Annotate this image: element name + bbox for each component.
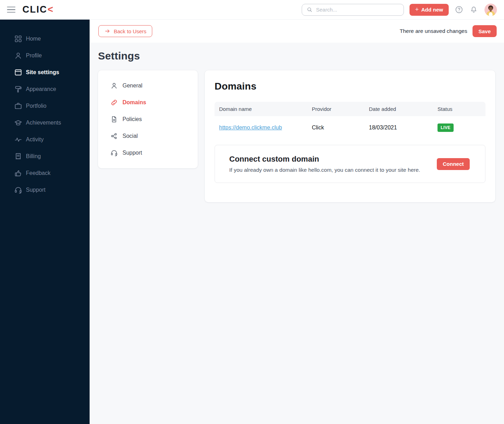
layout: Home Profile Site settings Appearance Po… [0,20,504,424]
settings-page: Settings General Domains [90,43,504,202]
hamburger-menu-button[interactable] [7,6,16,14]
avatar[interactable] [484,3,497,16]
add-new-label: Add new [421,7,443,13]
sidebar-item-label: Portfolio [26,103,47,109]
sidebar-item-label: Home [26,36,41,42]
sidebar: Home Profile Site settings Appearance Po… [0,20,90,424]
connect-custom-domain-title: Connect custom domain [229,155,420,164]
help-button[interactable] [455,5,463,14]
sidebar-nav: Home Profile Site settings Appearance Po… [0,30,90,198]
briefcase-icon [14,102,22,110]
logo: CLIC < [22,4,54,15]
status-badge: LIVE [438,123,454,132]
settings-nav-policies[interactable]: Policies [98,111,198,128]
headset-icon [110,149,118,157]
action-bar: Back to Users There are unsaved changes … [90,20,504,43]
save-button[interactable]: Save [472,25,497,37]
page-title: Settings [98,50,495,62]
headset-icon [14,186,22,194]
app-header: CLIC < + Add new [0,0,504,20]
browser-window-icon [14,68,22,77]
receipt-icon [14,152,22,161]
link-icon [110,99,118,106]
sidebar-item-home[interactable]: Home [0,30,90,47]
document-icon [110,115,118,123]
sidebar-item-activity[interactable]: Activity [0,131,90,148]
arrow-right-icon [104,28,111,34]
paint-roller-icon [14,85,22,93]
sidebar-item-label: Appearance [26,86,56,92]
settings-nav-label: Social [122,133,138,139]
settings-panels: General Domains Policies Social [98,70,495,202]
connect-custom-domain-text: Connect custom domain If you already own… [229,155,420,173]
sidebar-item-billing[interactable]: Billing [0,148,90,165]
app: CLIC < + Add new [0,0,504,424]
settings-nav-label: Policies [122,116,142,122]
sidebar-item-label: Achievements [26,120,61,126]
connect-custom-domain-description: If you already own a domain like hello.c… [229,167,420,173]
back-to-users-label: Back to Users [114,28,146,34]
back-to-users-button[interactable]: Back to Users [98,25,152,37]
share-icon [110,132,118,140]
sidebar-item-feedback[interactable]: Feedback [0,165,90,182]
plus-icon: + [415,6,419,13]
grid-icon [14,35,22,43]
user-icon [110,82,118,90]
search-icon [306,6,313,13]
sidebar-item-label: Support [26,187,46,193]
domains-table-header: Domain name Providor Date added Status [215,102,485,116]
help-circle-icon [455,5,463,14]
settings-nav-domains[interactable]: Domains [98,94,198,111]
search-input[interactable] [316,7,399,13]
table-row: https://demo.clickme.club Click 18/03/20… [215,116,485,139]
column-header-domain-name: Domain name [215,102,307,116]
connect-custom-domain-box: Connect custom domain If you already own… [215,145,485,183]
user-icon [14,51,22,60]
sidebar-item-profile[interactable]: Profile [0,47,90,64]
sidebar-item-label: Site settings [26,69,59,76]
status-cell: LIVE [433,116,485,139]
sidebar-item-site-settings[interactable]: Site settings [0,64,90,81]
action-bar-right: There are unsaved changes Save [400,25,497,37]
column-header-provider: Providor [307,102,364,116]
sidebar-item-label: Feedback [26,170,50,176]
main-content: Back to Users There are unsaved changes … [90,20,504,424]
thumbs-up-icon [14,169,22,177]
settings-nav-support[interactable]: Support [98,144,198,161]
sidebar-item-label: Activity [26,136,44,143]
connect-button[interactable]: Connect [437,158,470,170]
add-new-button[interactable]: + Add new [410,4,449,16]
sidebar-item-portfolio[interactable]: Portfolio [0,98,90,114]
settings-nav-general[interactable]: General [98,77,198,94]
hamburger-icon [7,9,15,10]
logo-text: CLIC [22,4,47,15]
unsaved-changes-text: There are unsaved changes [400,28,467,34]
sidebar-item-support[interactable]: Support [0,182,90,198]
settings-nav-label: General [122,83,142,89]
domain-link[interactable]: https://demo.clickme.club [219,125,282,130]
settings-nav-social[interactable]: Social [98,128,198,144]
sidebar-item-label: Profile [26,52,42,59]
settings-nav-label: Domains [122,99,146,106]
sidebar-item-appearance[interactable]: Appearance [0,81,90,98]
sidebar-item-label: Billing [26,153,41,160]
hamburger-icon [7,12,15,13]
avatar-image [484,3,497,16]
hamburger-icon [7,7,15,8]
sidebar-item-achievements[interactable]: Achievements [0,114,90,131]
column-header-status: Status [433,102,485,116]
provider-cell: Click [307,117,364,138]
graduation-cap-icon [14,119,22,127]
notifications-button[interactable] [469,5,478,14]
bell-icon [469,5,478,14]
search-box[interactable] [302,4,404,16]
settings-nav-label: Support [122,150,142,156]
domains-table: Domain name Providor Date added Status h… [215,102,485,139]
column-header-date-added: Date added [364,102,433,116]
settings-nav-card: General Domains Policies Social [98,70,198,168]
date-added-cell: 18/03/2021 [364,117,433,138]
activity-pulse-icon [14,135,22,144]
logo-chevron-icon: < [48,4,54,15]
domains-title: Domains [215,81,485,92]
domains-card: Domains Domain name Providor Date added … [205,70,495,202]
